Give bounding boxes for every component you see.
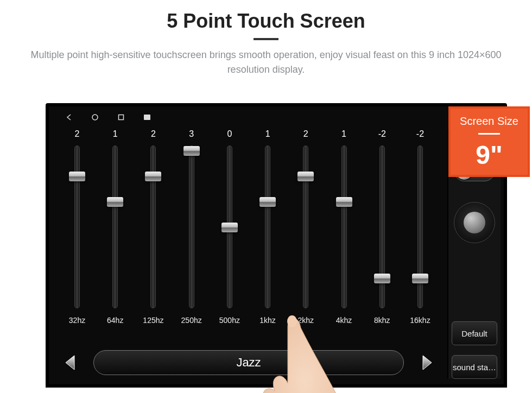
eq-band-freq: 125hz (143, 316, 163, 325)
eq-band: 11khz (251, 129, 284, 335)
eq-band-freq: 16khz (410, 316, 430, 325)
home-icon[interactable] (91, 113, 99, 121)
eq-band-value: 2 (75, 129, 80, 142)
eq-band-value: 2 (303, 129, 308, 142)
back-icon[interactable] (65, 113, 73, 121)
preset-bar: Jazz (59, 346, 439, 379)
eq-slider-thumb[interactable] (259, 197, 276, 207)
equalizer-area: 232hz164hz2125hz3250hz0500hz11khz22khz14… (59, 129, 439, 373)
default-button[interactable]: Default (452, 321, 497, 345)
device-frame: 232hz164hz2125hz3250hz0500hz11khz22khz14… (46, 103, 507, 388)
eq-slider[interactable] (341, 145, 347, 308)
eq-band: 232hz (61, 129, 93, 335)
svg-point-0 (92, 115, 98, 120)
eq-band-value: 2 (151, 129, 156, 142)
eq-band-value: 3 (189, 129, 194, 142)
eq-slider-thumb[interactable] (336, 197, 352, 207)
eq-band-value: 1 (265, 129, 270, 142)
preset-prev-button[interactable] (59, 351, 83, 375)
eq-band-freq: 2khz (298, 316, 314, 325)
eq-band-freq: 500hz (219, 316, 240, 325)
eq-band: 22khz (289, 129, 322, 335)
eq-band: 164hz (99, 129, 131, 335)
page-title: 5 Point Touch Screen (0, 10, 532, 33)
callout-value: 9" (451, 140, 528, 170)
callout-divider (478, 133, 500, 135)
eq-slider[interactable] (150, 145, 156, 308)
eq-band-value: 1 (113, 129, 118, 142)
eq-band-freq: 1khz (259, 316, 276, 325)
eq-band-value: 1 (341, 129, 346, 142)
eq-slider[interactable] (303, 145, 308, 308)
eq-band-value: 0 (227, 129, 232, 142)
eq-slider-thumb[interactable] (221, 223, 238, 232)
eq-slider[interactable] (227, 145, 232, 308)
title-underline (254, 38, 278, 40)
eq-band: -216khz (404, 129, 436, 335)
sound-stage-button[interactable]: sound sta… (452, 355, 497, 379)
svg-rect-1 (119, 115, 124, 120)
svg-rect-2 (144, 115, 150, 120)
eq-slider[interactable] (189, 145, 194, 308)
recent-icon[interactable] (117, 113, 125, 121)
eq-band-freq: 250hz (181, 316, 202, 325)
eq-slider[interactable] (379, 145, 385, 308)
preset-name[interactable]: Jazz (93, 350, 404, 375)
eq-slider[interactable] (74, 145, 80, 308)
image-icon[interactable] (143, 113, 151, 121)
eq-band: 0500hz (213, 129, 246, 335)
screen-size-callout: Screen Size 9" (448, 106, 530, 177)
volume-knob[interactable] (454, 202, 495, 243)
eq-slider-thumb[interactable] (145, 172, 161, 181)
android-navbar (54, 110, 498, 125)
eq-band: 14khz (328, 129, 360, 335)
eq-slider[interactable] (417, 145, 423, 308)
eq-band-freq: 8khz (374, 316, 390, 325)
eq-band-freq: 32hz (69, 316, 85, 325)
eq-slider-thumb[interactable] (107, 197, 123, 207)
callout-label: Screen Size (451, 115, 528, 128)
eq-band-value: -2 (378, 129, 386, 142)
eq-slider[interactable] (112, 145, 118, 308)
eq-slider[interactable] (265, 145, 270, 308)
knob-inner (464, 212, 485, 233)
eq-slider-thumb[interactable] (374, 274, 390, 283)
eq-slider-thumb[interactable] (183, 146, 200, 156)
screen: 232hz164hz2125hz3250hz0500hz11khz22khz14… (49, 106, 504, 384)
eq-slider-thumb[interactable] (412, 274, 428, 283)
eq-band: -28khz (366, 129, 398, 335)
eq-slider-thumb[interactable] (297, 172, 314, 181)
eq-band-value: -2 (416, 129, 424, 142)
eq-band-freq: 4khz (336, 316, 352, 325)
eq-slider-thumb[interactable] (69, 172, 85, 181)
page-subtitle: Multiple point high-sensitive touchscree… (27, 48, 505, 77)
eq-band: 3250hz (175, 129, 208, 335)
eq-band-freq: 64hz (107, 316, 123, 325)
eq-band: 2125hz (137, 129, 169, 335)
preset-next-button[interactable] (415, 351, 439, 375)
